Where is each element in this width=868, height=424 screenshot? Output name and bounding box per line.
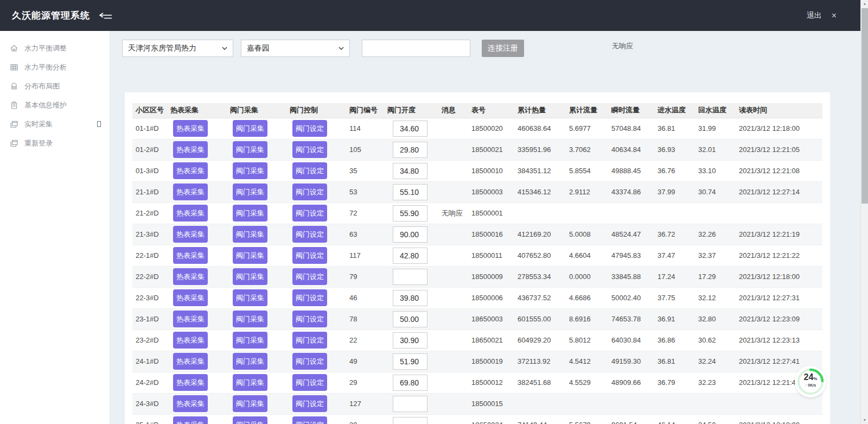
valve-set-button[interactable]: 阀门设定: [292, 311, 327, 327]
inlet-temp-cell: 36.81: [654, 118, 695, 139]
valve-opening-input[interactable]: [393, 142, 427, 158]
inlet-temp-cell: 37.47: [654, 245, 695, 266]
scrollbar-thumb[interactable]: [861, 8, 868, 204]
valve-set-button[interactable]: 阀门设定: [292, 141, 327, 158]
valve-collect-button[interactable]: 阀门采集: [233, 141, 267, 158]
valve-opening-input[interactable]: [393, 332, 427, 349]
heat-meter-collect-button[interactable]: 热表采集: [173, 311, 208, 327]
valve-opening-input[interactable]: [393, 121, 427, 137]
valve-opening-input[interactable]: [393, 396, 427, 412]
heat-meter-collect-button[interactable]: 热表采集: [173, 226, 208, 243]
valve-opening-input[interactable]: [393, 353, 427, 370]
return-temp-cell: 33.10: [695, 160, 736, 181]
valve-opening-input[interactable]: [393, 269, 427, 285]
valve-opening-input[interactable]: [393, 184, 427, 200]
sidebar-item-realtime-collection[interactable]: 实时采集: [0, 115, 110, 134]
heat-meter-collect-button[interactable]: 热表采集: [173, 183, 208, 200]
sidebar-item-relogin[interactable]: 重新登录: [0, 134, 110, 153]
table-row: 24-3#D 热表采集 阀门采集 阀门设定 127 18500015: [132, 393, 822, 414]
valve-set-button[interactable]: 阀门设定: [292, 247, 327, 264]
valve-collect-button[interactable]: 阀门采集: [233, 311, 267, 327]
data-table: 小区区号热表采集阀门采集阀门控制阀门编号阀门开度消息表号累计热量累计流量瞬时流量…: [132, 103, 822, 424]
table-row: 23-1#D 热表采集 阀门采集 阀门设定 78 18650003 601555…: [132, 308, 822, 330]
valve-set-button[interactable]: 阀门设定: [292, 120, 327, 137]
valve-set-button[interactable]: 阀门设定: [292, 374, 327, 391]
valve-collect-button[interactable]: 阀门采集: [233, 268, 267, 285]
community-select[interactable]: 嘉春园: [241, 40, 350, 57]
valve-set-button[interactable]: 阀门设定: [292, 395, 327, 412]
heat-meter-collect-button[interactable]: 热表采集: [173, 120, 208, 137]
valve-set-button[interactable]: 阀门设定: [292, 332, 327, 349]
valve-opening-input[interactable]: [393, 205, 427, 222]
valve-collect-button[interactable]: 阀门采集: [233, 289, 267, 306]
heat-meter-collect-button[interactable]: 热表采集: [173, 416, 208, 424]
message-cell: [438, 266, 468, 287]
download-progress-widget[interactable]: 24% ↑ 0K/s: [796, 368, 825, 396]
total-flow-cell: 5.6977: [566, 118, 608, 139]
valve-collect-button[interactable]: 阀门采集: [233, 162, 267, 179]
sidebar-item-label: 基本信息维护: [24, 100, 101, 110]
heat-meter-collect-button[interactable]: 热表采集: [173, 141, 208, 158]
valve-collect-button[interactable]: 阀门采集: [233, 226, 267, 243]
collapse-menu-icon[interactable]: [99, 12, 113, 20]
valve-set-button[interactable]: 阀门设定: [292, 226, 327, 243]
valve-opening-input[interactable]: [393, 375, 427, 391]
valve-set-button[interactable]: 阀门设定: [292, 353, 327, 370]
total-heat-cell: 412169.20: [514, 224, 566, 245]
connect-register-button[interactable]: 连接注册: [482, 40, 524, 57]
valve-set-button[interactable]: 阀门设定: [292, 416, 327, 424]
total-heat-cell: 460638.64: [514, 118, 566, 139]
valve-collect-button[interactable]: 阀门采集: [233, 332, 267, 349]
total-flow-cell: 5.8554: [566, 160, 608, 181]
valve-collect-button[interactable]: 阀门采集: [233, 205, 267, 222]
logout-button[interactable]: 退出: [807, 11, 822, 21]
inst-flow-cell: 49159.30: [608, 351, 654, 372]
vertical-scrollbar[interactable]: ▲ ▼: [860, 0, 868, 424]
total-heat-cell: 407652.80: [514, 245, 566, 266]
valve-set-button[interactable]: 阀门设定: [292, 289, 327, 306]
heat-meter-collect-button[interactable]: 热表采集: [173, 374, 208, 391]
valve-collect-button[interactable]: 阀门采集: [233, 416, 267, 424]
sidebar-item-basic-info-maintenance[interactable]: 基本信息维护: [0, 96, 110, 115]
sidebar-item-distribution-layout[interactable]: 分布布局图: [0, 77, 110, 96]
heat-meter-collect-button[interactable]: 热表采集: [173, 247, 208, 264]
heat-meter-collect-button[interactable]: 热表采集: [173, 268, 208, 285]
scroll-up-icon[interactable]: ▲: [861, 0, 868, 8]
valve-set-button[interactable]: 阀门设定: [292, 268, 327, 285]
valve-collect-button[interactable]: 阀门采集: [233, 120, 267, 137]
valve-collect-button[interactable]: 阀门采集: [233, 395, 267, 412]
heat-meter-collect-button[interactable]: 热表采集: [173, 289, 208, 306]
column-header-4: 阀门控制: [286, 103, 346, 118]
valve-collect-button[interactable]: 阀门采集: [233, 183, 267, 200]
heat-company-select-value: 天津河东房管局热力: [128, 43, 222, 53]
valve-set-button[interactable]: 阀门设定: [292, 205, 327, 222]
valve-opening-input[interactable]: [393, 290, 427, 306]
valve-collect-button[interactable]: 阀门采集: [233, 247, 267, 264]
valve-number-cell: 20: [346, 414, 384, 424]
valve-opening-input[interactable]: [393, 311, 427, 327]
heat-meter-collect-button[interactable]: 热表采集: [173, 162, 208, 179]
valve-set-button[interactable]: 阀门设定: [292, 183, 327, 200]
register-input[interactable]: [362, 40, 470, 57]
valve-opening-input[interactable]: [393, 248, 427, 264]
column-header-9: 累计热量: [514, 103, 566, 118]
heat-meter-collect-button[interactable]: 热表采集: [173, 353, 208, 370]
heat-company-select[interactable]: 天津河东房管局热力: [122, 40, 233, 57]
progress-percent: 24%: [796, 372, 825, 382]
valve-collect-button[interactable]: 阀门采集: [233, 374, 267, 391]
scroll-down-icon[interactable]: ▼: [861, 416, 868, 424]
heat-meter-collect-button[interactable]: 热表采集: [173, 205, 208, 222]
table-row: 01-1#D 热表采集 阀门采集 阀门设定 114 18500020 46063…: [132, 118, 822, 139]
valve-opening-input[interactable]: [393, 417, 427, 424]
sidebar-item-hydraulic-balance-analysis[interactable]: 水力平衡分析: [0, 58, 110, 77]
valve-collect-button[interactable]: 阀门采集: [233, 353, 267, 370]
chevron-down-icon: [222, 47, 227, 50]
valve-opening-input[interactable]: [393, 163, 427, 179]
sidebar-item-hydraulic-balance-adjust[interactable]: 水力平衡调整: [0, 39, 110, 58]
inst-flow-cell: 50002.40: [608, 287, 654, 308]
heat-meter-collect-button[interactable]: 热表采集: [173, 332, 208, 349]
close-icon[interactable]: ×: [832, 11, 837, 21]
valve-opening-input[interactable]: [393, 226, 427, 243]
heat-meter-collect-button[interactable]: 热表采集: [173, 395, 208, 412]
valve-set-button[interactable]: 阀门设定: [292, 162, 327, 179]
